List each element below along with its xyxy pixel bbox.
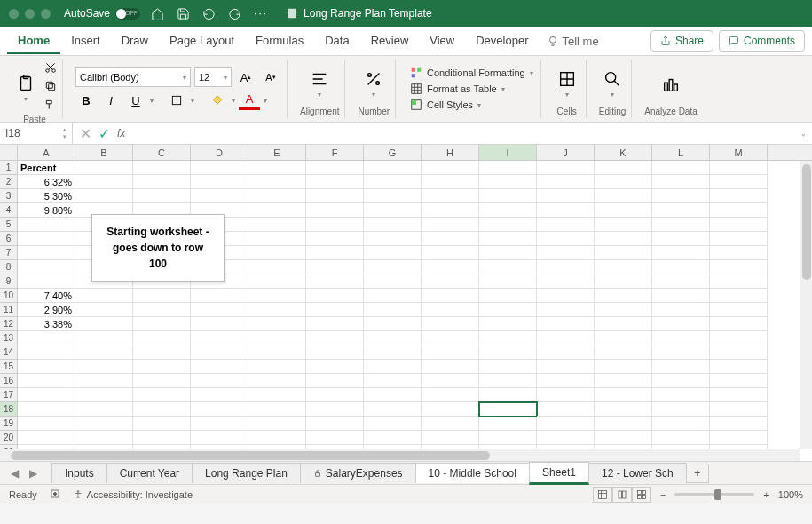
number-format-button[interactable]: ▾ — [360, 67, 387, 100]
col-header-M[interactable]: M — [710, 145, 768, 160]
fx-icon[interactable]: fx — [117, 127, 125, 139]
cell[interactable] — [248, 189, 306, 203]
cell[interactable] — [710, 345, 768, 360]
cell[interactable] — [248, 303, 306, 317]
col-header-I[interactable]: I — [479, 145, 537, 160]
cell[interactable] — [479, 289, 537, 303]
cell[interactable] — [248, 203, 306, 218]
cell[interactable] — [479, 175, 537, 189]
cell[interactable] — [479, 260, 537, 274]
zoom-slider[interactable] — [674, 493, 754, 496]
minimize-window-icon[interactable] — [25, 9, 35, 19]
row-header-1[interactable]: 1 — [0, 161, 18, 175]
cell[interactable] — [652, 289, 710, 303]
cell[interactable] — [595, 317, 652, 331]
cell[interactable] — [595, 402, 652, 417]
cells-button[interactable]: ▾ — [554, 67, 580, 100]
conditional-formatting-button[interactable]: Conditional Formatting▾ — [408, 66, 535, 80]
cell[interactable] — [422, 203, 479, 218]
sheet-tab-lower-school[interactable]: 12 - Lower Sch — [588, 463, 687, 483]
cell[interactable] — [422, 246, 479, 260]
cell[interactable] — [248, 260, 306, 274]
cell[interactable]: 6.32% — [18, 175, 75, 189]
cell[interactable] — [710, 317, 768, 331]
cell[interactable] — [306, 175, 364, 189]
cell[interactable] — [306, 189, 364, 203]
cell[interactable]: 3.38% — [18, 317, 75, 331]
cell[interactable] — [652, 360, 710, 374]
cell[interactable] — [537, 331, 595, 345]
tab-home[interactable]: Home — [7, 28, 60, 54]
cell[interactable] — [537, 289, 595, 303]
cell[interactable] — [248, 388, 306, 402]
cell[interactable] — [306, 331, 364, 345]
close-window-icon[interactable] — [9, 9, 19, 19]
cell[interactable] — [133, 289, 191, 303]
col-header-C[interactable]: C — [133, 145, 191, 160]
cell[interactable] — [306, 203, 364, 218]
row-header-11[interactable]: 11 — [0, 303, 18, 317]
font-color-button[interactable]: A — [239, 91, 260, 110]
cell[interactable] — [422, 175, 479, 189]
cell[interactable] — [595, 388, 652, 402]
cell[interactable] — [652, 161, 710, 175]
cells-area[interactable]: Percent6.32%5.30%9.80%7.40%2.90%3.38% — [18, 161, 768, 459]
cell[interactable] — [479, 189, 537, 203]
cell[interactable] — [133, 161, 191, 175]
tab-insert[interactable]: Insert — [60, 28, 111, 54]
cell[interactable] — [479, 232, 537, 246]
cell[interactable] — [710, 203, 768, 218]
cell[interactable] — [537, 232, 595, 246]
cell[interactable] — [364, 203, 422, 218]
cell[interactable] — [595, 189, 652, 203]
format-as-table-button[interactable]: Format as Table▾ — [408, 82, 535, 96]
cell[interactable] — [248, 374, 306, 388]
cell[interactable] — [710, 289, 768, 303]
cell[interactable] — [306, 232, 364, 246]
row-header-20[interactable]: 20 — [0, 431, 18, 445]
fill-color-button[interactable] — [207, 91, 228, 110]
cell[interactable]: 7.40% — [18, 289, 75, 303]
cell[interactable] — [710, 189, 768, 203]
row-header-13[interactable]: 13 — [0, 331, 18, 345]
cell[interactable] — [537, 345, 595, 360]
cell[interactable] — [75, 388, 133, 402]
cell[interactable] — [652, 402, 710, 417]
cell[interactable] — [18, 260, 75, 274]
vertical-scrollbar[interactable] — [800, 161, 812, 449]
select-all-corner[interactable] — [0, 145, 18, 160]
cell[interactable] — [537, 260, 595, 274]
row-header-2[interactable]: 2 — [0, 175, 18, 189]
cell[interactable] — [364, 246, 422, 260]
cell[interactable] — [364, 431, 422, 445]
cell[interactable] — [652, 260, 710, 274]
cell[interactable] — [422, 232, 479, 246]
cell[interactable] — [18, 417, 75, 431]
tab-review[interactable]: Review — [360, 28, 420, 54]
cell[interactable] — [364, 317, 422, 331]
sheet-tab-salary-expenses[interactable]: SalaryExpenses — [300, 463, 416, 483]
cell[interactable] — [710, 246, 768, 260]
cell[interactable] — [248, 402, 306, 417]
cell[interactable] — [595, 232, 652, 246]
cell[interactable] — [537, 317, 595, 331]
cell[interactable] — [75, 345, 133, 360]
tab-developer[interactable]: Developer — [465, 28, 539, 54]
cell[interactable] — [422, 260, 479, 274]
sheet-nav-next-icon[interactable]: ▶ — [24, 467, 43, 480]
cell[interactable] — [306, 274, 364, 289]
cell[interactable] — [306, 303, 364, 317]
zoom-handle[interactable] — [714, 489, 721, 500]
sheet-tab-middle-school[interactable]: 10 - Middle School — [415, 463, 530, 483]
cell[interactable] — [306, 260, 364, 274]
cell[interactable] — [595, 431, 652, 445]
cell[interactable] — [248, 175, 306, 189]
cell[interactable] — [652, 246, 710, 260]
cell[interactable] — [537, 388, 595, 402]
cell[interactable] — [595, 374, 652, 388]
cell[interactable] — [133, 431, 191, 445]
row-header-10[interactable]: 10 — [0, 289, 18, 303]
cell[interactable] — [595, 331, 652, 345]
cell[interactable] — [479, 388, 537, 402]
format-painter-icon[interactable] — [44, 99, 57, 115]
